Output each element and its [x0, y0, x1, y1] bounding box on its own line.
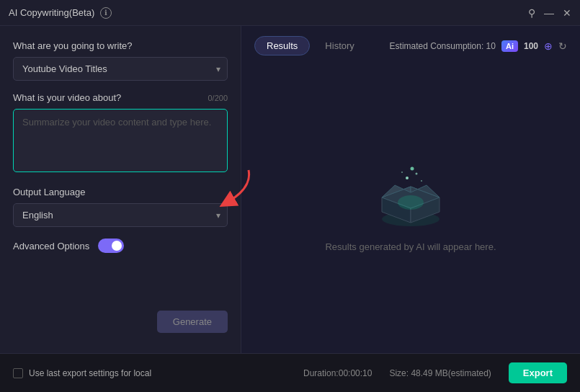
bottom-left: Use last export settings for local [13, 368, 151, 378]
video-textarea[interactable] [13, 109, 228, 172]
add-credits-icon[interactable]: ⊕ [544, 40, 553, 52]
ai-badge: Ai [501, 40, 518, 52]
svg-point-8 [398, 195, 424, 210]
tabs-row: Results History [254, 36, 367, 55]
advanced-options-label: Advanced Options [13, 241, 89, 251]
tab-results[interactable]: Results [254, 36, 310, 55]
consumption-row: Estimated Consumption: 10 Ai 100 ⊕ ↻ [390, 40, 567, 52]
size-display: Size: 48.49 MB(estimated) [389, 368, 491, 378]
svg-point-9 [406, 177, 409, 179]
minimize-icon[interactable]: — [544, 7, 554, 19]
credit-count: 100 [524, 41, 538, 51]
use-last-settings-label: Use last export settings for local [29, 368, 151, 378]
write-select-wrapper: Youtube Video Titles Blog Post Social Me… [13, 57, 228, 81]
generate-btn-row: Generate [13, 253, 228, 333]
write-label: What are you going to write? [13, 40, 228, 51]
language-select-wrapper: English Spanish French German Chinese ▾ [13, 203, 228, 227]
advanced-options-row: Advanced Options [13, 239, 228, 253]
tab-history[interactable]: History [313, 36, 366, 55]
bottom-right: Duration:00:00:10 Size: 48.49 MB(estimat… [303, 362, 567, 383]
close-icon[interactable]: ✕ [563, 7, 571, 19]
title-bar: AI Copywriting(Beta) ℹ ⚲ — ✕ [0, 0, 580, 26]
info-icon[interactable]: ℹ [100, 7, 112, 19]
bottom-bar: Use last export settings for local Durat… [0, 353, 580, 392]
duration-display: Duration:00:00:10 [303, 368, 372, 378]
empty-box-illustration [367, 158, 454, 230]
left-panel: What are you going to write? Youtube Vid… [0, 26, 241, 353]
use-last-settings-checkbox[interactable] [13, 368, 23, 378]
write-select[interactable]: Youtube Video Titles Blog Post Social Me… [13, 57, 228, 81]
estimated-consumption: Estimated Consumption: 10 [390, 41, 496, 51]
video-about-label: What is your video about? [13, 92, 121, 103]
pin-icon[interactable]: ⚲ [528, 7, 535, 19]
svg-point-11 [421, 180, 422, 182]
title-bar-controls: ⚲ — ✕ [528, 7, 571, 19]
title-bar-left: AI Copywriting(Beta) ℹ [9, 7, 112, 19]
char-count: 0/200 [208, 94, 228, 102]
results-body: Results generated by AI will appear here… [254, 67, 567, 343]
output-language-label: Output Language [13, 187, 228, 197]
advanced-options-toggle[interactable] [98, 239, 124, 253]
svg-point-13 [411, 167, 414, 171]
results-header: Results History Estimated Consumption: 1… [254, 36, 567, 55]
export-button[interactable]: Export [509, 362, 567, 383]
main-content: What are you going to write? Youtube Vid… [0, 26, 580, 353]
svg-point-10 [416, 173, 418, 175]
generate-button[interactable]: Generate [157, 311, 228, 333]
app-title: AI Copywriting(Beta) [9, 7, 94, 18]
toggle-knob [112, 241, 122, 251]
svg-point-12 [401, 172, 403, 173]
language-select[interactable]: English Spanish French German Chinese [13, 203, 228, 227]
results-empty-text: Results generated by AI will appear here… [325, 241, 496, 252]
refresh-icon[interactable]: ↻ [558, 40, 567, 52]
textarea-label-row: What is your video about? 0/200 [13, 92, 228, 103]
right-panel: Results History Estimated Consumption: 1… [241, 26, 580, 353]
